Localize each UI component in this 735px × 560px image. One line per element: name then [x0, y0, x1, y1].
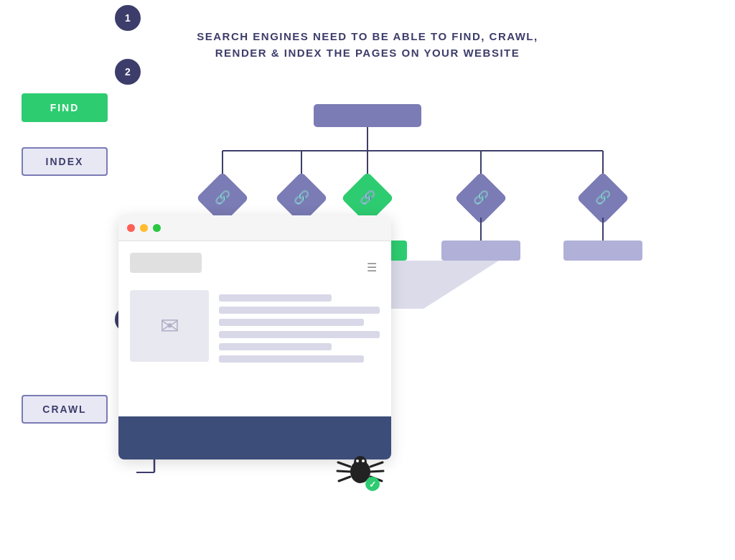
browser-body: ✉ [130, 290, 380, 363]
svg-text:✓: ✓ [369, 480, 376, 490]
spider-container: ✓ [335, 447, 385, 500]
svg-text:🔗: 🔗 [215, 190, 231, 205]
number-2-badge: 2 [115, 59, 141, 85]
svg-text:🔗: 🔗 [294, 190, 310, 205]
svg-text:🔗: 🔗 [360, 190, 376, 205]
crawl-label: CRAWL [22, 395, 108, 424]
envelope-icon: ✉ [160, 312, 179, 340]
browser-line-2 [219, 307, 380, 314]
browser-close-dot [127, 224, 135, 232]
browser-titlebar [118, 215, 391, 241]
find-label: FIND [22, 93, 108, 122]
browser-image: ✉ [130, 290, 209, 362]
spider-icon: ✓ [335, 447, 385, 497]
title-area: SEARCH ENGINES NEED TO BE ABLE TO FIND, … [0, 0, 735, 61]
svg-line-38 [370, 462, 383, 467]
svg-point-41 [356, 459, 359, 462]
title-line2: RENDER & INDEX THE PAGES ON YOUR WEBSITE [0, 45, 735, 62]
browser-line-1 [219, 294, 332, 302]
browser-text-lines [219, 290, 380, 363]
index-label: INDEX [22, 147, 108, 176]
browser-maximize-dot [153, 224, 161, 232]
svg-line-37 [339, 477, 350, 481]
svg-rect-27 [563, 241, 642, 261]
svg-point-34 [354, 456, 367, 469]
page-container: SEARCH ENGINES NEED TO BE ABLE TO FIND, … [0, 0, 735, 560]
browser-nav-bar [130, 253, 202, 273]
svg-line-35 [338, 462, 350, 467]
browser-line-3 [219, 319, 364, 326]
browser-line-6 [219, 355, 364, 363]
svg-rect-26 [441, 241, 520, 261]
browser-minimize-dot [140, 224, 148, 232]
svg-rect-0 [314, 104, 421, 127]
svg-text:🔗: 🔗 [473, 190, 490, 205]
svg-text:🔗: 🔗 [595, 190, 612, 205]
svg-line-36 [337, 471, 350, 472]
browser-line-4 [219, 331, 380, 338]
browser-line-5 [219, 343, 332, 350]
browser-window: ☰ ✉ [118, 215, 391, 459]
title-line1: SEARCH ENGINES NEED TO BE ABLE TO FIND, … [0, 29, 735, 45]
browser-menu-icon: ☰ [367, 261, 377, 274]
svg-rect-12 [576, 172, 629, 225]
number-1-badge: 1 [115, 5, 141, 31]
svg-line-39 [370, 471, 383, 472]
svg-rect-11 [454, 172, 507, 225]
browser-content: ☰ ✉ [118, 241, 391, 416]
svg-point-42 [362, 459, 365, 462]
